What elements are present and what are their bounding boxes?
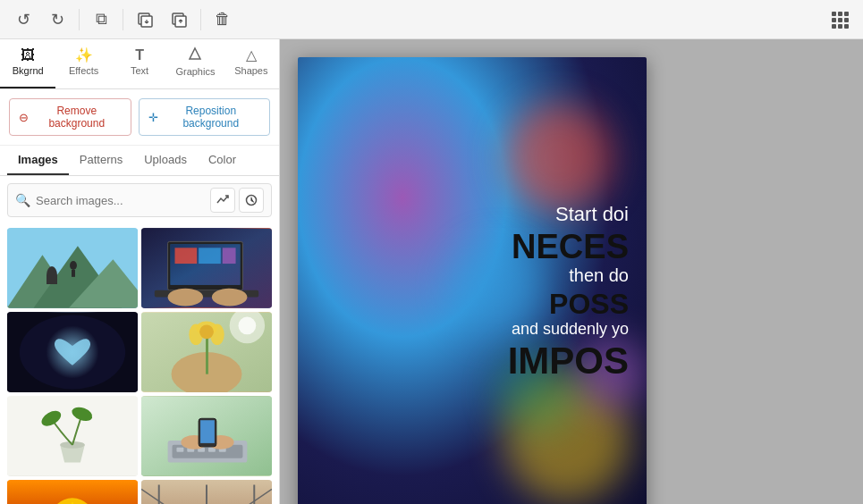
svg-rect-28 — [223, 248, 236, 264]
reposition-background-label: Reposition background — [162, 105, 260, 130]
tab-text-label: Text — [131, 65, 148, 76]
image-category-tabs: Images Patterns Uploads Color — [0, 146, 279, 176]
svg-rect-7 — [832, 18, 836, 22]
bkgrnd-icon: 🖼 — [21, 47, 35, 63]
tab-bkgrnd[interactable]: 🖼 Bkgrnd — [0, 39, 55, 88]
remove-background-button[interactable]: ⊖ Remove background — [9, 98, 131, 136]
plant-image — [7, 396, 138, 476]
grid-button[interactable] — [824, 4, 856, 36]
svg-rect-11 — [838, 24, 842, 29]
trending-icon — [216, 194, 229, 206]
undo-button[interactable]: ↺ — [7, 4, 39, 36]
tab-images[interactable]: Images — [7, 146, 69, 175]
shapes-icon: △ — [246, 46, 257, 63]
canvas-area: Start doi NECES then do POSS and suddenl… — [280, 39, 863, 504]
image-bridge[interactable] — [141, 480, 272, 504]
tab-effects[interactable]: ✨ Effects — [55, 39, 111, 88]
phone-image — [141, 396, 272, 476]
svg-rect-12 — [844, 24, 849, 29]
delete-button[interactable]: 🗑 — [207, 4, 239, 36]
canvas-line-5: and suddenly yo — [508, 320, 629, 339]
nav-tabs: 🖼 Bkgrnd ✨ Effects T Text Graphics △ Sha… — [0, 39, 279, 89]
canvas-line-1: Start doi — [508, 203, 629, 226]
svg-marker-13 — [190, 48, 200, 59]
svg-point-30 — [212, 289, 247, 307]
layer-down-button[interactable] — [129, 4, 161, 36]
bridge-image — [141, 480, 272, 504]
reposition-icon: ✛ — [148, 111, 158, 124]
svg-rect-8 — [838, 18, 842, 22]
graphics-icon — [188, 46, 202, 64]
svg-rect-20 — [72, 270, 75, 277]
canvas-line-2: NECES — [508, 230, 629, 264]
svg-rect-6 — [844, 12, 849, 16]
svg-rect-4 — [832, 12, 836, 16]
canvas-line-4: POSS — [508, 290, 629, 318]
tab-color[interactable]: Color — [198, 146, 247, 175]
trending-button[interactable] — [210, 188, 235, 213]
grid-icon — [831, 11, 849, 29]
history-button[interactable] — [239, 188, 264, 213]
canvas-line-3: then do — [508, 265, 629, 286]
search-actions — [210, 188, 264, 213]
svg-point-33 — [46, 325, 98, 378]
background-buttons: ⊖ Remove background ✛ Reposition backgro… — [0, 89, 279, 146]
separator-2 — [123, 9, 123, 30]
design-canvas[interactable]: Start doi NECES then do POSS and suddenl… — [298, 57, 647, 504]
canvas-line-6: IMPOS — [508, 342, 629, 380]
tab-text[interactable]: T Text — [112, 39, 167, 88]
svg-rect-10 — [832, 24, 836, 29]
image-phone[interactable] — [141, 396, 272, 476]
image-flower[interactable] — [141, 312, 272, 392]
laptop-image — [141, 228, 272, 308]
image-plant[interactable] — [7, 396, 138, 476]
layer-up-icon — [171, 12, 187, 28]
image-dandelion[interactable] — [7, 480, 138, 504]
cave-image — [7, 312, 138, 392]
redo-button[interactable]: ↻ — [41, 4, 73, 36]
tab-shapes[interactable]: △ Shapes — [224, 39, 279, 88]
separator-3 — [200, 9, 201, 30]
svg-rect-27 — [199, 248, 221, 264]
layer-up-button[interactable] — [163, 4, 195, 36]
svg-point-29 — [168, 289, 203, 307]
image-mountains[interactable] — [7, 228, 138, 308]
canvas-text: Start doi NECES then do POSS and suddenl… — [472, 57, 647, 504]
dandelion-image — [7, 480, 138, 504]
tab-patterns[interactable]: Patterns — [69, 146, 133, 175]
main-area: 🖼 Bkgrnd ✨ Effects T Text Graphics △ Sha… — [0, 39, 863, 504]
tab-shapes-label: Shapes — [234, 65, 267, 76]
search-input[interactable] — [36, 194, 205, 207]
mountains-image — [7, 228, 138, 308]
reposition-background-button[interactable]: ✛ Reposition background — [139, 98, 270, 136]
image-laptop[interactable] — [141, 228, 272, 308]
copy-button[interactable]: ⧉ — [85, 4, 117, 36]
svg-point-40 — [199, 324, 214, 339]
tab-effects-label: Effects — [69, 65, 98, 76]
tab-bkgrnd-label: Bkgrnd — [13, 65, 44, 76]
layer-down-icon — [137, 12, 153, 28]
image-cave[interactable] — [7, 312, 138, 392]
svg-rect-9 — [844, 18, 849, 22]
text-icon: T — [135, 47, 144, 63]
svg-rect-43 — [7, 397, 138, 476]
svg-rect-58 — [200, 420, 215, 443]
effects-icon: ✨ — [75, 46, 93, 63]
svg-rect-26 — [174, 248, 197, 264]
top-toolbar: ↺ ↻ ⧉ 🗑 — [0, 0, 863, 39]
tab-graphics-label: Graphics — [175, 66, 215, 77]
history-icon — [245, 194, 258, 206]
tab-graphics[interactable]: Graphics — [167, 39, 223, 88]
svg-rect-50 — [176, 448, 183, 452]
separator-1 — [79, 9, 80, 30]
image-grid — [0, 224, 279, 504]
left-panel: 🖼 Bkgrnd ✨ Effects T Text Graphics △ Sha… — [0, 39, 280, 504]
svg-rect-5 — [838, 12, 842, 16]
flower-image — [141, 312, 272, 392]
svg-point-19 — [70, 261, 77, 270]
tab-uploads[interactable]: Uploads — [133, 146, 198, 175]
remove-background-label: Remove background — [32, 105, 122, 130]
svg-point-42 — [239, 317, 257, 335]
search-icon: 🔍 — [15, 193, 30, 207]
search-bar: 🔍 — [7, 183, 272, 217]
